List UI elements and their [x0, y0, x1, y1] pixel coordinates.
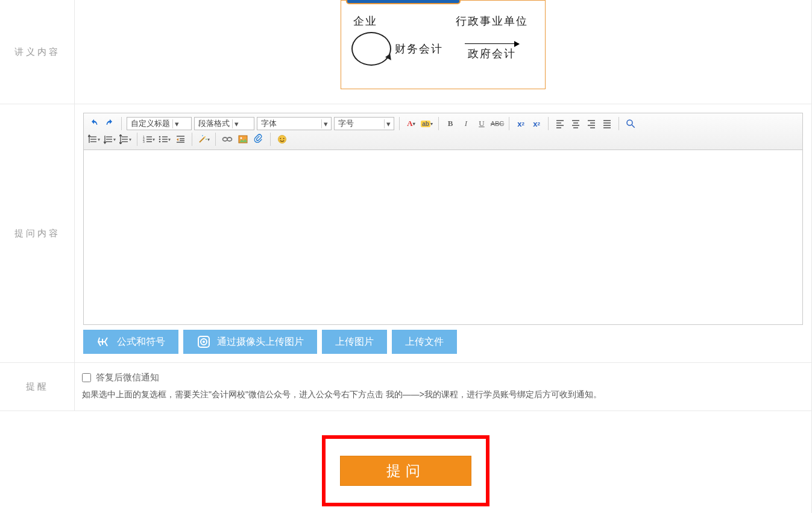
image-upload-button[interactable]: 上传图片	[322, 330, 387, 354]
formula-icon	[96, 335, 111, 349]
italic-icon[interactable]: I	[459, 117, 473, 130]
align-left-icon[interactable]	[553, 117, 567, 130]
lecture-section: 讲义内容 企业 行政事业单位 财务会计 政府会计	[0, 0, 812, 104]
wechat-notify-label: 答复后微信通知	[96, 369, 159, 386]
combo-paragraph[interactable]: 段落格式▾	[194, 117, 254, 130]
attachment-icon[interactable]	[252, 133, 265, 146]
svg-point-16	[627, 120, 632, 125]
line-spacing-icon[interactable]: ▾	[119, 133, 132, 146]
combo-font[interactable]: 字体▾	[257, 117, 332, 130]
svg-point-50	[278, 135, 286, 143]
strikethrough-icon[interactable]: ABC	[491, 117, 504, 130]
editor-textarea[interactable]	[83, 150, 803, 325]
remind-label: 提醒	[0, 363, 75, 411]
diagram-bottom-right: 政府会计	[468, 46, 516, 61]
combo-custom-title[interactable]: 自定义标题▾	[127, 117, 192, 130]
line-height-up-icon[interactable]: ▾	[87, 133, 101, 146]
question-section: 提问内容 自定义标题▾ 段落格式▾ 字体▾ 字号▾ A▾ ab▾	[0, 104, 812, 363]
camera-icon	[197, 335, 211, 349]
remind-section: 提醒 答复后微信通知 如果选中上面的复选框，需要关注"会计网校"微信公众号，进入…	[0, 363, 812, 411]
redo-icon[interactable]	[103, 117, 116, 130]
subscript-icon[interactable]: x2	[530, 117, 543, 130]
submit-button[interactable]: 提问	[340, 456, 471, 486]
svg-point-44	[202, 135, 203, 136]
lecture-label: 讲义内容	[0, 0, 75, 104]
svg-text:3: 3	[143, 140, 145, 143]
svg-point-37	[159, 139, 161, 140]
upload-buttons: 公式和符号 通过摄像头上传图片 上传图片 上传文件	[83, 330, 803, 354]
diagram-bottom-left: 财务会计	[395, 42, 443, 56]
svg-point-36	[159, 136, 161, 138]
svg-point-38	[159, 141, 161, 143]
svg-point-49	[241, 137, 242, 139]
svg-point-43	[204, 136, 206, 137]
zoom-icon[interactable]	[624, 117, 637, 130]
formula-button[interactable]: 公式和符号	[83, 330, 178, 354]
submit-section: 提问	[0, 411, 812, 513]
svg-point-47	[227, 137, 232, 141]
remind-hint: 如果选中上面的复选框，需要关注"会计网校"微信公众号，进入公众号右下方点击 我的…	[82, 386, 804, 403]
diagram-header-pill	[346, 0, 461, 4]
image-icon[interactable]	[236, 133, 250, 146]
combo-size[interactable]: 字号▾	[334, 117, 394, 130]
svg-point-52	[283, 138, 285, 139]
svg-point-45	[206, 139, 207, 140]
align-justify-icon[interactable]	[600, 117, 614, 130]
diagram-top-left: 企业	[346, 14, 443, 28]
svg-line-17	[632, 125, 635, 128]
wechat-notify-checkbox-wrap[interactable]: 答复后微信通知	[82, 369, 804, 386]
cycle-icon	[351, 32, 391, 66]
align-center-icon[interactable]	[569, 117, 582, 130]
submit-highlight-box: 提问	[322, 435, 489, 506]
undo-icon[interactable]	[87, 117, 101, 130]
editor-toolbar: 自定义标题▾ 段落格式▾ 字体▾ 字号▾ A▾ ab▾ B I U ABC x2…	[83, 113, 803, 150]
question-label: 提问内容	[0, 104, 75, 362]
highlight-icon[interactable]: ab▾	[420, 117, 433, 130]
ordered-list-icon[interactable]: 123▾	[142, 133, 156, 146]
arrow-icon	[465, 43, 519, 44]
diagram-top-right: 行政事业单位	[443, 14, 540, 28]
svg-point-56	[203, 341, 205, 343]
wechat-notify-checkbox[interactable]	[82, 373, 91, 382]
link-icon[interactable]	[221, 133, 234, 146]
superscript-icon[interactable]: x2	[514, 117, 527, 130]
lecture-diagram: 企业 行政事业单位 财务会计 政府会计	[341, 0, 546, 89]
magic-icon[interactable]: ▾	[197, 133, 210, 146]
align-right-icon[interactable]	[585, 117, 598, 130]
file-upload-button[interactable]: 上传文件	[392, 330, 457, 354]
emoji-icon[interactable]	[275, 133, 289, 146]
outdent-icon[interactable]	[174, 133, 187, 146]
line-height-down-icon[interactable]: ▾	[103, 133, 116, 146]
bold-icon[interactable]: B	[444, 117, 457, 130]
font-color-icon[interactable]: A▾	[404, 117, 418, 130]
svg-point-46	[223, 137, 228, 141]
camera-upload-button[interactable]: 通过摄像头上传图片	[183, 330, 317, 354]
svg-point-51	[280, 138, 281, 139]
unordered-list-icon[interactable]: ▾	[158, 133, 171, 146]
underline-icon[interactable]: U	[475, 117, 488, 130]
